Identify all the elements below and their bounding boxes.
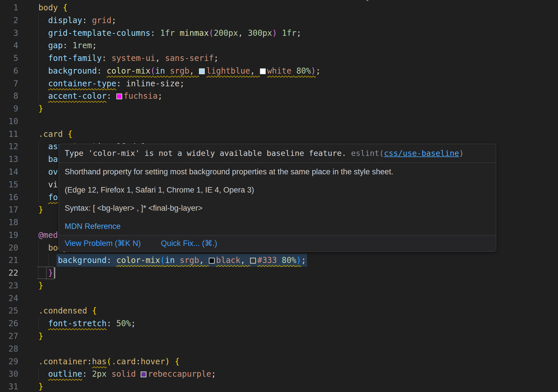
line-number[interactable]: 6 [0, 65, 18, 77]
code-token[interactable]: ; [211, 369, 216, 379]
color-swatch[interactable] [260, 68, 266, 74]
code-token[interactable]: 200px [214, 28, 238, 38]
code-text[interactable]: vi [38, 178, 58, 191]
code-token[interactable]: : [97, 66, 107, 76]
code-token[interactable] [175, 28, 180, 38]
code-line[interactable]: 3 grid-template-columns: 1fr minmax(200p… [0, 27, 558, 40]
line-number[interactable]: 4 [0, 39, 18, 52]
code-token[interactable]: ba [48, 154, 58, 164]
color-swatch[interactable] [209, 258, 215, 264]
code-token[interactable]: .card [111, 357, 136, 366]
code-token[interactable]: ; [92, 41, 97, 50]
code-token[interactable]: .container [38, 357, 87, 366]
line-number[interactable]: 15 [0, 178, 18, 191]
code-text[interactable]: @med [38, 229, 58, 242]
code-token[interactable]: fo [48, 193, 58, 202]
code-token[interactable]: black [216, 255, 240, 265]
code-token[interactable] [38, 16, 48, 25]
code-text[interactable]: } [38, 204, 43, 216]
code-token[interactable]: , [155, 53, 165, 63]
line-number[interactable]: 8 [0, 90, 18, 102]
code-token[interactable]: ( [209, 28, 214, 38]
code-token[interactable]: , [240, 255, 250, 265]
code-line[interactable]: 8 accent-color: fuchsia; [0, 90, 558, 102]
code-token[interactable] [38, 167, 48, 177]
code-token[interactable] [38, 369, 48, 379]
code-line[interactable]: 10 [0, 115, 558, 128]
code-token[interactable] [38, 41, 48, 50]
code-token[interactable]: ( [107, 357, 111, 366]
code-token[interactable] [38, 319, 48, 328]
code-token[interactable]: outline [48, 369, 82, 379]
code-text[interactable]: } [38, 330, 43, 343]
code-token[interactable]: srgb [170, 66, 189, 76]
code-token[interactable]: { [92, 306, 97, 316]
code-token[interactable]: } [38, 205, 43, 214]
code-text[interactable]: .card { [38, 128, 72, 141]
code-token[interactable]: : [107, 255, 116, 265]
line-number[interactable]: 21 [0, 254, 18, 267]
code-token[interactable]: } [38, 382, 43, 391]
line-number[interactable]: 29 [0, 355, 18, 368]
code-token[interactable]: : [82, 369, 92, 379]
line-number[interactable]: 27 [0, 330, 18, 343]
code-token[interactable]: ; [111, 16, 116, 25]
code-token[interactable] [291, 66, 296, 76]
code-text[interactable]: background: color-mix(in srgb, lightblue… [38, 65, 321, 77]
code-token[interactable]: 50% [116, 319, 131, 328]
code-token[interactable]: hover [141, 357, 165, 366]
code-token[interactable] [136, 369, 141, 379]
line-number[interactable]: 26 [0, 317, 18, 330]
view-problem-action[interactable]: View Problem (⌘K N) [65, 239, 141, 248]
code-token[interactable]: ) [311, 66, 316, 76]
code-token[interactable]: } [38, 331, 43, 341]
code-token[interactable]: display [48, 16, 82, 25]
code-line[interactable]: 6 background: color-mix(in srgb, lightbl… [0, 65, 558, 77]
code-line[interactable]: 9} [0, 102, 558, 115]
code-line[interactable]: 11.card { [0, 128, 558, 141]
code-token[interactable] [38, 79, 48, 88]
code-token[interactable]: : [116, 79, 126, 88]
line-number[interactable]: 5 [0, 52, 18, 65]
eslint-rule-link[interactable]: css/use-baseline [384, 149, 459, 158]
code-line[interactable]: 1body { [0, 1, 558, 14]
code-token[interactable]: ( [160, 255, 165, 265]
code-text[interactable]: ba [38, 153, 58, 166]
code-token[interactable]: container-type [48, 79, 116, 88]
code-text[interactable]: body { [38, 1, 68, 14]
code-token[interactable]: : [107, 319, 116, 328]
code-line[interactable]: 25.condensed { [0, 305, 558, 317]
line-number[interactable]: 16 [0, 191, 18, 204]
code-text[interactable]: } [38, 380, 43, 392]
line-number[interactable]: 7 [0, 77, 18, 90]
code-text[interactable]: ov [38, 166, 58, 178]
line-number[interactable]: 2 [0, 14, 18, 27]
code-token[interactable] [38, 255, 58, 265]
line-number[interactable]: 24 [0, 292, 18, 305]
code-token[interactable]: ( [150, 66, 155, 76]
code-token[interactable]: color-mix [107, 66, 150, 76]
code-token[interactable]: ov [48, 167, 58, 177]
code-token[interactable] [38, 53, 48, 63]
code-token[interactable]: lightblue [206, 66, 250, 76]
code-token[interactable] [38, 154, 48, 164]
code-text[interactable]: grid-template-columns: 1fr minmax(200px,… [38, 27, 301, 40]
code-token[interactable]: inline-size [126, 79, 179, 88]
code-token[interactable] [38, 180, 48, 189]
code-token[interactable]: in [155, 66, 170, 76]
code-token[interactable] [107, 369, 111, 379]
code-text[interactable]: } [38, 102, 43, 115]
line-number[interactable]: 28 [0, 343, 18, 355]
code-text[interactable]: fo [38, 191, 58, 204]
code-token[interactable]: ; [214, 53, 219, 63]
quick-fix-action[interactable]: Quick Fix... (⌘.) [161, 239, 217, 248]
code-token[interactable]: : [107, 91, 116, 101]
code-token[interactable]: 80% [282, 255, 296, 265]
code-token[interactable]: ; [158, 91, 163, 101]
code-text[interactable]: container-type: inline-size; [38, 77, 185, 90]
code-line[interactable]: 7 container-type: inline-size; [0, 77, 558, 90]
code-line[interactable]: 22 } [0, 267, 558, 279]
line-number[interactable]: 17 [0, 204, 18, 216]
code-token[interactable]: vi [48, 180, 58, 189]
code-line[interactable]: 23} [0, 279, 558, 292]
